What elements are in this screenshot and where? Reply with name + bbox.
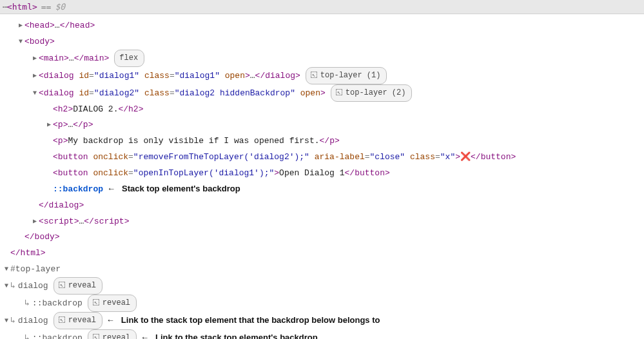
collapse-icon[interactable]: ▼	[17, 35, 24, 48]
node-p1[interactable]: ▶<p>…</p>	[0, 117, 644, 133]
arrow-left-icon: ←	[107, 184, 115, 193]
arrow-left-icon: ←	[141, 333, 149, 339]
annotation-label: Stack top element's backdrop	[122, 184, 240, 193]
child-arrow-icon: ↳	[10, 316, 15, 325]
scroll-into-view-icon	[336, 89, 342, 95]
scroll-into-view-icon	[93, 334, 99, 339]
expand-icon[interactable]: ▶	[31, 215, 39, 228]
expand-icon[interactable]: ▶	[31, 52, 39, 64]
top-layer-dialog2-backdrop[interactable]: ↳::backdropreveal←Link to the stack top …	[0, 329, 644, 339]
node-script[interactable]: ▶<script>…</script>	[0, 214, 644, 230]
node-main[interactable]: ▶<main>…</main>flex	[0, 50, 644, 67]
expand-icon[interactable]: ▶	[31, 70, 39, 82]
reveal-badge[interactable]: reveal	[88, 329, 137, 339]
selected-element-bar: ⋯<html>==$0	[0, 0, 644, 14]
collapse-icon[interactable]: ▼	[3, 263, 10, 275]
selected-root-tag: <html>	[7, 2, 37, 12]
node-backdrop-pseudo[interactable]: ::backdrop←Stack top element's backdrop	[0, 181, 644, 198]
top-layer-badge-2[interactable]: top-layer (2)	[331, 84, 413, 102]
child-arrow-icon: ↳	[24, 298, 30, 308]
scroll-into-view-icon	[59, 316, 65, 323]
top-layer-dialog2[interactable]: ▼↳dialogreveal←Link to the stack top ele…	[0, 312, 644, 329]
scroll-into-view-icon	[93, 299, 99, 305]
flex-badge[interactable]: flex	[114, 50, 144, 67]
node-dialog2-close[interactable]: </dialog>	[0, 198, 644, 214]
node-body-open[interactable]: ▼<body>	[0, 34, 644, 50]
reveal-badge[interactable]: reveal	[54, 277, 102, 295]
child-arrow-icon: ↳	[24, 333, 30, 339]
arrow-left-icon: ←	[106, 315, 115, 325]
node-body-close[interactable]: </body>	[0, 229, 644, 246]
top-layer-header[interactable]: ▼#top-layer	[0, 262, 644, 278]
node-dialog1[interactable]: ▶<dialog id="dialog1" class="dialog1" op…	[0, 67, 644, 84]
node-html-close[interactable]: </html>	[0, 246, 644, 262]
collapse-icon[interactable]: ▼	[3, 280, 10, 292]
collapse-icon[interactable]: ▼	[31, 87, 39, 99]
scroll-into-view-icon	[59, 282, 65, 288]
collapse-icon[interactable]: ▼	[3, 315, 10, 327]
dom-tree: ▶<head>…</head> ▼<body> ▶<main>…</main>f…	[0, 14, 644, 339]
ellipsis-icon: ⋯	[3, 2, 7, 12]
close-x-icon: ❌	[460, 152, 471, 162]
reveal-badge[interactable]: reveal	[88, 295, 137, 312]
node-button-open[interactable]: <button onclick="openInTopLayer('dialog1…	[0, 166, 644, 182]
annotation-label: Link to the stack top element's backdrop	[155, 333, 318, 339]
expand-icon[interactable]: ▶	[45, 119, 53, 131]
top-layer-dialog1-backdrop[interactable]: ↳::backdropreveal	[0, 295, 644, 312]
equals-text: ==	[41, 2, 52, 12]
node-h2[interactable]: <h2>DIALOG 2.</h2>	[0, 102, 644, 118]
scroll-into-view-icon	[311, 72, 317, 78]
annotation-label: Link to the stack top element that the b…	[121, 315, 380, 325]
reveal-badge[interactable]: reveal	[54, 312, 102, 329]
expand-icon[interactable]: ▶	[17, 19, 24, 32]
child-arrow-icon: ↳	[10, 281, 15, 291]
node-dialog2-open[interactable]: ▼<dialog id="dialog2" class="dialog2 hid…	[0, 84, 644, 102]
node-button-close[interactable]: <button onclick="removeFromTheTopLayer('…	[0, 150, 644, 166]
console-var: $0	[55, 2, 65, 12]
top-layer-dialog1[interactable]: ▼↳dialogreveal	[0, 277, 644, 295]
node-head[interactable]: ▶<head>…</head>	[0, 18, 644, 34]
node-p2[interactable]: <p>My backdrop is only visible if I was …	[0, 133, 644, 150]
top-layer-badge-1[interactable]: top-layer (1)	[306, 67, 387, 84]
